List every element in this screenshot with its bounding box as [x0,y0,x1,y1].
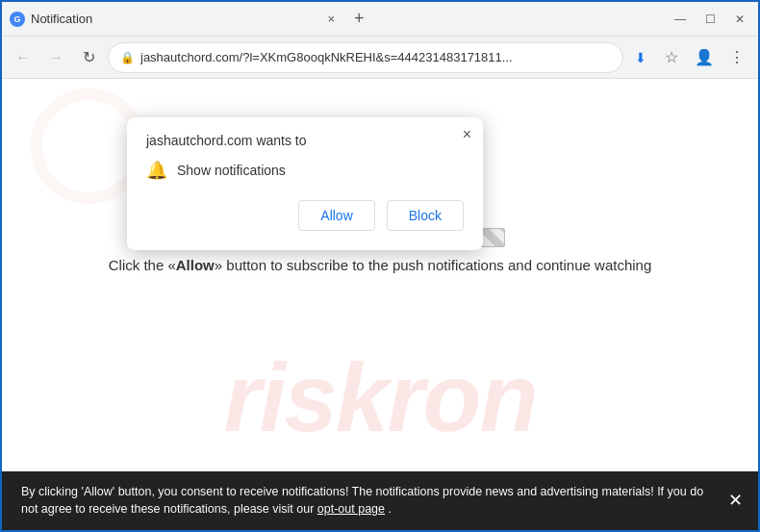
notification-row: 🔔 Show notifications [146,160,464,181]
account-icon[interactable]: 👤 [691,44,718,71]
url-text: jashautchord.com/?l=XKmG8ooqkNkREHI&s=44… [140,50,611,64]
minimize-button[interactable]: — [669,11,692,28]
popup-buttons: Allow Block [146,200,464,231]
page-content: × jashautchord.com wants to 🔔 Show notif… [2,79,758,530]
menu-icon[interactable]: ⋮ [723,44,750,71]
opt-out-link[interactable]: opt-out page [317,502,385,516]
window-controls: — ☐ ✕ [669,11,750,28]
page-message: Click the «Allow» button to subscribe to… [2,257,758,273]
address-bar: ← → ↻ 🔒 jashautchord.com/?l=XKmG8ooqkNkR… [2,37,758,79]
back-button[interactable]: ← [10,44,37,71]
watermark-text: riskron [223,342,536,453]
tab-title: Notification [31,12,316,26]
allow-button[interactable]: Allow [298,200,374,231]
watermark: riskron [2,342,758,453]
popup-title: jashautchord.com wants to [146,133,464,148]
refresh-button[interactable]: ↻ [75,44,102,71]
browser-window: G Notification × + — ☐ ✕ ← → ↻ 🔒 jashaut… [0,0,760,532]
new-tab-button[interactable]: + [346,9,372,29]
lock-icon: 🔒 [120,51,135,64]
consent-text-end: . [389,502,392,516]
notification-label: Show notifications [177,163,286,178]
maximize-button[interactable]: ☐ [699,11,722,28]
close-tab-button[interactable]: × [321,10,341,28]
bookmark-icon[interactable]: ☆ [658,44,685,71]
popup-close-button[interactable]: × [463,127,471,142]
allow-keyword: Allow [176,257,215,273]
download-icon[interactable]: ⬇ [629,46,652,69]
block-button[interactable]: Block [387,200,464,231]
bell-icon: 🔔 [146,160,167,181]
title-bar: G Notification × + — ☐ ✕ [2,2,758,37]
browser-favicon: G [10,12,25,27]
notification-popup: × jashautchord.com wants to 🔔 Show notif… [127,117,483,250]
url-bar[interactable]: 🔒 jashautchord.com/?l=XKmG8ooqkNkREHI&s=… [108,42,623,73]
forward-button[interactable]: → [42,44,69,71]
consent-close-button[interactable]: ✕ [728,488,743,514]
consent-bar: By clicking 'Allow' button, you consent … [2,471,758,531]
close-window-button[interactable]: ✕ [729,11,750,28]
